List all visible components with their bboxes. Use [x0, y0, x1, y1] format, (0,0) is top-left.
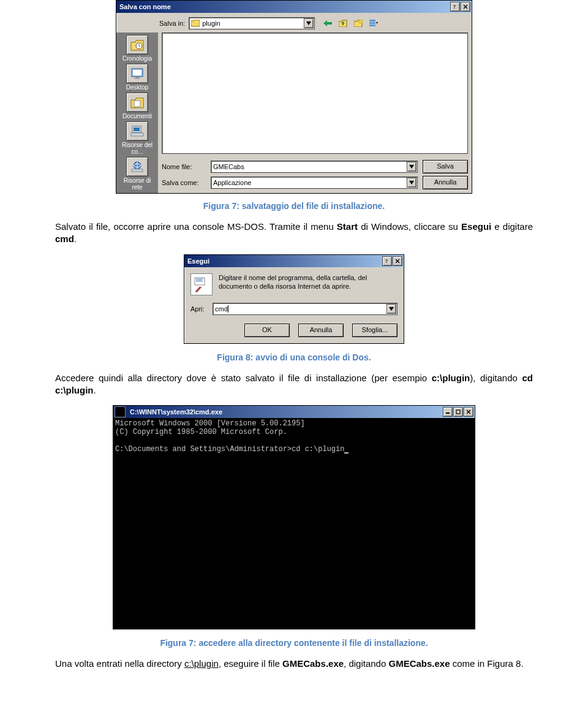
help-button[interactable]: ?: [382, 256, 392, 266]
svg-rect-12: [134, 127, 140, 131]
text: ), digitando: [470, 373, 522, 383]
place-desktop-label: Desktop: [119, 84, 156, 91]
close-button[interactable]: [393, 256, 402, 266]
titlebar: Esegui ?: [184, 255, 404, 267]
history-icon: [126, 35, 148, 55]
place-documents-label: Documenti: [119, 113, 156, 120]
computer-icon: [126, 121, 148, 141]
filename-combo[interactable]: GMECabs: [211, 161, 418, 173]
apri-combo[interactable]: cmd: [213, 303, 398, 315]
figure7-caption: Figura 7: salvataggio del file di instal…: [55, 201, 533, 211]
svg-rect-19: [456, 410, 460, 414]
apri-label: Apri:: [190, 305, 213, 313]
text: .: [74, 234, 77, 244]
place-documents[interactable]: Documenti: [119, 93, 156, 120]
svg-rect-8: [135, 77, 139, 78]
text: Accedere quindi alla directory dove è st…: [55, 373, 432, 383]
figure8-caption: Figura 8: avvio di una console di Dos.: [55, 352, 533, 362]
close-button[interactable]: [464, 407, 473, 417]
sfoglia-button[interactable]: Sfoglia...: [352, 324, 398, 337]
dialog-title: Salva con nome: [118, 3, 450, 10]
filename-value: GMECabs: [213, 163, 244, 170]
text-bold: GMECabs.exe: [388, 658, 450, 669]
minimize-button[interactable]: [443, 407, 453, 417]
svg-text:?: ?: [385, 259, 388, 264]
close-button[interactable]: [461, 2, 470, 12]
save-in-value: plugin: [202, 20, 220, 27]
text-cursor: [228, 305, 228, 313]
text-bold: GMECabs.exe: [282, 658, 344, 669]
maximize-button[interactable]: [453, 407, 463, 417]
place-network[interactable]: Risorse di rete: [119, 157, 156, 191]
filename-label: Nome file:: [162, 163, 211, 170]
cmd-cursor: [344, 452, 349, 454]
text: come in Figura 8.: [450, 658, 524, 669]
place-desktop[interactable]: Desktop: [119, 64, 156, 91]
save-as-type-label: Salva come:: [162, 179, 211, 186]
new-folder-icon[interactable]: [352, 17, 365, 30]
text-bold: Start: [337, 221, 358, 232]
svg-rect-7: [133, 70, 141, 75]
dropdown-arrow[interactable]: [304, 18, 314, 28]
run-dialog: Esegui ? Digitare il nome del programma,…: [184, 254, 404, 344]
cmd-title: C:\WINNT\system32\cmd.exe: [128, 408, 442, 416]
cmd-line: (C) Copyright 1985-2000 Microsoft Corp.: [115, 428, 287, 436]
text: .: [94, 385, 96, 395]
paragraph-1: Salvato il file, occorre aprire una cons…: [55, 221, 533, 246]
run-dialog-icon: [190, 273, 213, 295]
save-in-combo[interactable]: plugin: [189, 17, 315, 29]
svg-text:?: ?: [453, 4, 456, 9]
text: e digitare: [491, 221, 533, 232]
save-button[interactable]: Salva: [423, 160, 468, 173]
svg-rect-3: [369, 22, 375, 24]
annulla-button[interactable]: Annulla: [298, 324, 344, 337]
file-list-area[interactable]: [162, 32, 468, 154]
run-description: Digitare il nome del programma, della ca…: [219, 273, 398, 291]
dialog-title: Esegui: [186, 257, 382, 265]
place-mycomputer[interactable]: Risorse del co...: [119, 121, 156, 155]
svg-rect-2: [369, 20, 375, 21]
dropdown-arrow[interactable]: [386, 304, 396, 314]
save-as-type-combo[interactable]: Applicazione: [211, 177, 418, 189]
help-button[interactable]: ?: [450, 2, 460, 12]
svg-rect-15: [132, 169, 143, 172]
svg-rect-13: [131, 133, 143, 136]
up-one-level-icon[interactable]: [336, 17, 350, 30]
back-icon[interactable]: [321, 17, 334, 30]
cmd-typed: cd c:\plugin: [292, 445, 344, 454]
place-network-label: Risorse di rete: [119, 177, 156, 191]
text-bold: c:\plugin: [432, 373, 470, 383]
cmd-icon: [115, 406, 126, 417]
text-bold: Esegui: [461, 221, 491, 232]
save-as-type-value: Applicazione: [213, 179, 251, 186]
view-menu-icon[interactable]: [367, 17, 380, 30]
text: Una volta entrati nella directory: [55, 658, 184, 669]
toolbar-buttons: [321, 17, 380, 30]
titlebar: C:\WINNT\system32\cmd.exe: [113, 406, 475, 418]
text-underline: c:\plugin: [184, 658, 219, 669]
folder-icon: [191, 20, 200, 27]
apri-value: cmd: [215, 305, 228, 313]
save-as-dialog: Salva con nome ? Salva in: plugin: [116, 0, 472, 194]
text: Salvato il file, occorre aprire una cons…: [55, 221, 337, 232]
titlebar: Salva con nome ?: [116, 1, 472, 13]
svg-rect-10: [134, 101, 140, 107]
svg-rect-9: [134, 78, 140, 79]
place-history-label: Cronologia: [119, 55, 156, 62]
network-icon: [126, 157, 148, 177]
cmd-prompt: C:\Documents and Settings\Administrator>: [115, 445, 292, 454]
paragraph-2: Accedere quindi alla directory dove è st…: [55, 372, 533, 397]
paragraph-3: Una volta entrati nella directory c:\plu…: [55, 658, 533, 670]
dropdown-arrow[interactable]: [407, 178, 417, 188]
figure7b-caption: Figura 7: accedere alla directory conten…: [55, 638, 533, 648]
place-history[interactable]: Cronologia: [119, 35, 156, 62]
ok-button[interactable]: OK: [244, 324, 290, 337]
places-bar: Cronologia Desktop Documenti: [116, 32, 158, 193]
cmd-output[interactable]: Microsoft Windows 2000 [Versione 5.00.21…: [113, 418, 475, 629]
documents-icon: [126, 93, 148, 112]
save-in-row: Salva in: plugin: [116, 13, 472, 32]
text: di Windows, cliccare su: [358, 221, 461, 232]
dropdown-arrow[interactable]: [407, 162, 417, 172]
desktop-icon: [126, 64, 148, 83]
cancel-button[interactable]: Annulla: [423, 176, 468, 189]
